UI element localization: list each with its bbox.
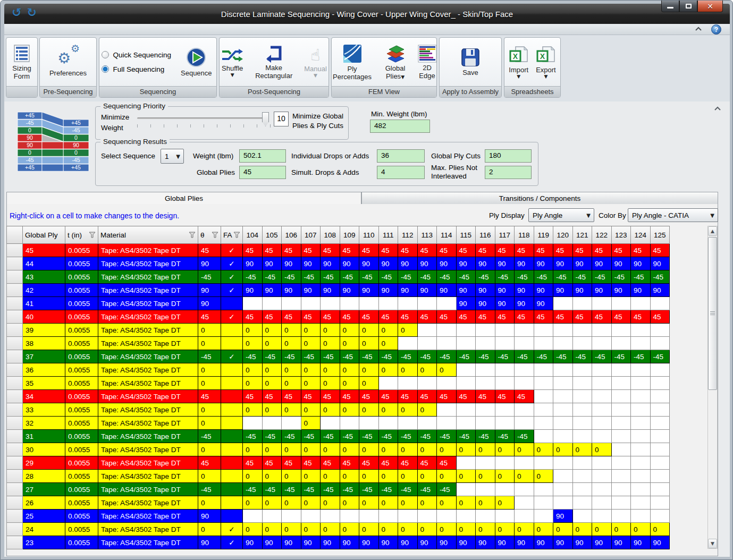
global-ply-cell[interactable]: 28	[23, 470, 65, 483]
ply-cell-empty[interactable]	[572, 496, 592, 510]
ply-cell[interactable]: 0	[378, 363, 398, 377]
thickness-cell[interactable]: 0.0055	[65, 443, 98, 456]
quick-sequencing-radio[interactable]: Quick Sequencing	[102, 51, 171, 59]
ply-cell[interactable]: -45	[378, 430, 398, 443]
ply-cell[interactable]: 90	[553, 536, 573, 549]
ply-cell-empty[interactable]	[417, 297, 437, 310]
row-selector-cell[interactable]	[7, 456, 23, 470]
ply-cell-empty[interactable]	[572, 324, 592, 337]
ply-cell-empty[interactable]	[553, 430, 573, 443]
ply-cell[interactable]: 45	[476, 310, 495, 324]
ply-cell[interactable]: -45	[592, 270, 612, 284]
ply-cell[interactable]: 45	[282, 456, 301, 470]
ply-cell-empty[interactable]	[437, 324, 457, 337]
ply-cell-empty[interactable]	[611, 456, 631, 470]
global-ply-column-header[interactable]: Global Ply	[23, 226, 65, 244]
ply-cell[interactable]: 90	[359, 536, 379, 549]
ply-cell-empty[interactable]	[650, 456, 670, 470]
ply-cell-empty[interactable]	[534, 417, 553, 430]
theta-cell[interactable]: 45	[198, 390, 221, 403]
ply-cell[interactable]: 90	[515, 257, 534, 270]
tab-transitions-components[interactable]: Transitions / Components	[361, 192, 718, 205]
ply-cell-empty[interactable]	[592, 483, 612, 496]
ply-cell-empty[interactable]	[553, 324, 573, 337]
theta-cell[interactable]: 0	[198, 403, 221, 417]
row-selector-cell[interactable]	[7, 417, 23, 430]
ply-cell-empty[interactable]	[553, 403, 573, 417]
ply-cell[interactable]: 0	[262, 363, 282, 377]
ply-cell[interactable]: 0	[398, 523, 418, 536]
ply-cell[interactable]: 90	[553, 510, 573, 523]
material-cell[interactable]: Tape: AS4/3502 Tape DT	[98, 483, 198, 496]
ply-cell-empty[interactable]	[417, 337, 437, 350]
ply-cell[interactable]: -45	[650, 270, 670, 284]
color-by-dropdown[interactable]: Ply Angle - CATIA ▼	[628, 208, 718, 222]
ply-cell-empty[interactable]	[592, 470, 612, 483]
ply-cell-empty[interactable]	[495, 510, 515, 523]
ply-cell[interactable]: -45	[378, 270, 398, 284]
ply-cell[interactable]: 45	[650, 310, 670, 324]
ply-cell[interactable]: -45	[243, 270, 263, 284]
material-cell[interactable]: Tape: AS4/3502 Tape DT	[98, 403, 198, 417]
ply-cell[interactable]: 90	[301, 284, 321, 297]
theta-cell[interactable]: 0	[198, 496, 221, 510]
ply-cell-empty[interactable]	[592, 337, 612, 350]
ply-cell-empty[interactable]	[650, 510, 670, 523]
material-cell[interactable]: Tape: AS4/3502 Tape DT	[98, 257, 198, 270]
ply-cell[interactable]: 90	[650, 257, 670, 270]
ply-cell-empty[interactable]	[572, 337, 592, 350]
material-cell[interactable]: Tape: AS4/3502 Tape DT	[98, 324, 198, 337]
ply-cell[interactable]: 0	[301, 470, 321, 483]
ply-cell-empty[interactable]	[572, 390, 592, 403]
ply-cell-empty[interactable]	[553, 496, 573, 510]
material-cell[interactable]: Tape: AS4/3502 Tape DT	[98, 536, 198, 549]
ply-cell[interactable]: 45	[378, 456, 398, 470]
ply-cell[interactable]: 0	[340, 363, 359, 377]
material-cell[interactable]: Tape: AS4/3502 Tape DT	[98, 496, 198, 510]
global-ply-cell[interactable]: 42	[23, 284, 65, 297]
fa-cell[interactable]	[221, 496, 243, 510]
ply-cell[interactable]: 0	[301, 377, 321, 390]
ply-cell-empty[interactable]	[301, 297, 321, 310]
close-button[interactable]: ✕	[697, 1, 723, 12]
material-cell[interactable]: Tape: AS4/3502 Tape DT	[98, 337, 198, 350]
ply-cell[interactable]: 0	[262, 337, 282, 350]
ply-cell-empty[interactable]	[456, 324, 476, 337]
ply-cell[interactable]: -45	[359, 270, 379, 284]
ply-cell[interactable]: 90	[631, 536, 651, 549]
ply-cell[interactable]: 0	[282, 443, 301, 456]
ply-cell[interactable]: 90	[417, 257, 437, 270]
ply-cell[interactable]: 45	[282, 310, 301, 324]
ply-cell[interactable]: -45	[534, 270, 553, 284]
ply-cell[interactable]: 90	[592, 257, 612, 270]
element-column-header[interactable]: 109	[340, 226, 359, 244]
global-ply-cell[interactable]: 37	[23, 350, 65, 363]
ply-cell[interactable]: 90	[262, 257, 282, 270]
theta-cell[interactable]: 45	[198, 310, 221, 324]
ply-cell-empty[interactable]	[456, 377, 476, 390]
ply-cell[interactable]: 90	[515, 297, 534, 310]
thickness-cell[interactable]: 0.0055	[65, 377, 98, 390]
row-selector-cell[interactable]	[7, 510, 23, 523]
ply-cell[interactable]: 0	[282, 496, 301, 510]
element-column-header[interactable]: 118	[515, 226, 534, 244]
ply-cell[interactable]: 90	[534, 284, 553, 297]
ply-cell[interactable]: 45	[340, 390, 359, 403]
ply-cell[interactable]: 45	[398, 310, 418, 324]
fa-cell[interactable]: ✓	[221, 244, 243, 257]
ply-cell-empty[interactable]	[495, 456, 515, 470]
ply-cell-empty[interactable]	[282, 417, 301, 430]
thickness-cell[interactable]: 0.0055	[65, 390, 98, 403]
fa-cell[interactable]	[221, 324, 243, 337]
fa-cell[interactable]	[221, 377, 243, 390]
make-rectangular-button[interactable]: Make Rectangular	[249, 44, 299, 81]
fa-cell[interactable]	[221, 390, 243, 403]
ply-cell[interactable]: -45	[378, 350, 398, 363]
ply-cell-empty[interactable]	[243, 510, 263, 523]
ply-cell[interactable]: 90	[437, 257, 457, 270]
ply-cell-empty[interactable]	[534, 456, 553, 470]
ply-cell[interactable]: 0	[321, 443, 340, 456]
ply-cell[interactable]: 90	[456, 257, 476, 270]
ply-cell[interactable]: -45	[359, 350, 379, 363]
minimize-button[interactable]	[661, 1, 679, 12]
